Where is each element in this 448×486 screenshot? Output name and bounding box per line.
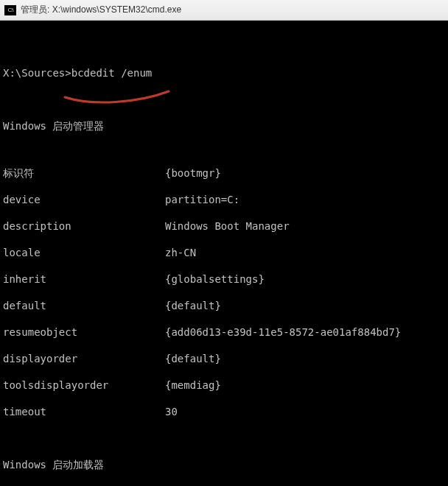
output-row: devicepartition=C: xyxy=(3,193,445,206)
cmd-icon: C:\ xyxy=(4,5,16,15)
output-row: default{default} xyxy=(3,299,445,312)
row-key: timeout xyxy=(3,405,165,418)
blank-line xyxy=(3,432,445,445)
window-title: 管理员: X:\windows\SYSTEM32\cmd.exe xyxy=(21,4,181,16)
output-row: descriptionWindows Boot Manager xyxy=(3,219,445,233)
output-row: inherit{globalsettings} xyxy=(3,272,445,286)
row-key: inherit xyxy=(3,272,165,286)
command-line: X:\Sources>bcdedit /enum xyxy=(3,66,445,80)
command-text: bcdedit /enum xyxy=(71,67,153,79)
row-key: locale xyxy=(3,246,165,259)
row-value: {default} xyxy=(165,352,445,365)
row-key: description xyxy=(3,219,165,233)
row-value: 30 xyxy=(165,405,445,418)
output-row: resumeobject{add06d13-e39d-11e5-8572-ae0… xyxy=(3,325,445,339)
blank-line xyxy=(3,40,445,53)
section-boot-manager-header: Windows 启动管理器 xyxy=(3,119,445,133)
output-row: timeout30 xyxy=(3,405,445,418)
section-boot-loader-header: Windows 启动加载器 xyxy=(3,458,445,471)
row-key: toolsdisplayorder xyxy=(3,378,165,392)
output-row: 标识符{bootmgr} xyxy=(3,166,445,180)
row-key: default xyxy=(3,299,165,312)
row-value: {globalsettings} xyxy=(165,272,445,286)
row-value: partition=C: xyxy=(165,193,445,206)
section-rule: -------------------- xyxy=(3,146,445,149)
row-key: device xyxy=(3,193,165,206)
prompt-path: X:\Sources> xyxy=(3,67,71,79)
output-row: toolsdisplayorder{memdiag} xyxy=(3,378,445,392)
row-key: 标识符 xyxy=(3,166,165,180)
output-row: localezh-CN xyxy=(3,246,445,259)
row-value: Windows Boot Manager xyxy=(165,219,445,233)
row-key: displayorder xyxy=(3,352,165,365)
row-value: {default} xyxy=(165,299,445,312)
output-row: displayorder{default} xyxy=(3,352,445,365)
row-value: {add06d13-e39d-11e5-8572-ae01af884bd7} xyxy=(165,325,445,339)
row-value: zh-CN xyxy=(165,246,445,259)
blank-line xyxy=(3,93,445,106)
terminal-output[interactable]: X:\Sources>bcdedit /enum Windows 启动管理器 -… xyxy=(0,21,448,486)
row-key: resumeobject xyxy=(3,325,165,339)
row-value: {bootmgr} xyxy=(165,166,445,180)
window-titlebar[interactable]: C:\ 管理员: X:\windows\SYSTEM32\cmd.exe xyxy=(0,0,448,21)
row-value: {memdiag} xyxy=(165,378,445,392)
